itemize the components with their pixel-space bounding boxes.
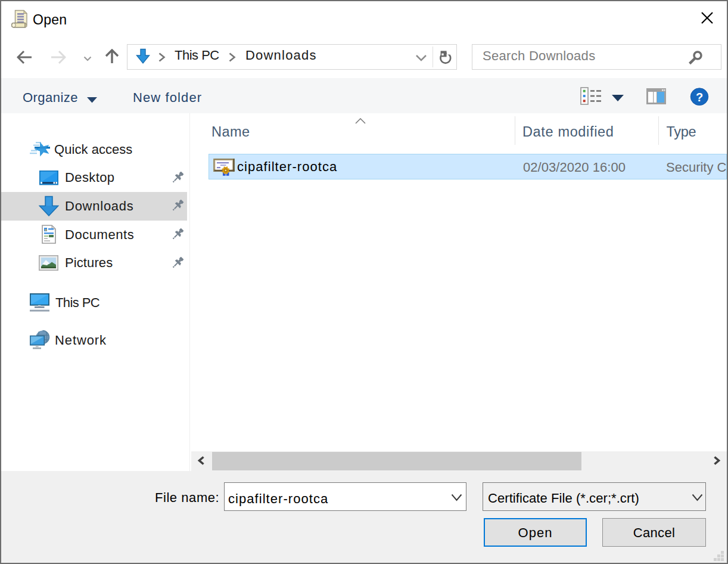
svg-text:?: ? <box>696 91 703 104</box>
